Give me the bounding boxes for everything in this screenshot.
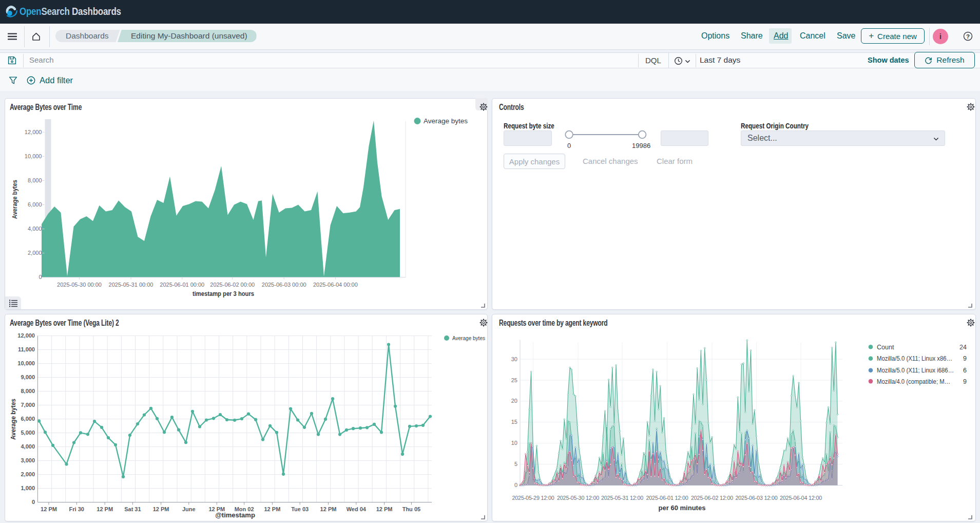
svg-text:8,000: 8,000 <box>28 177 42 183</box>
svg-text:Average bytes: Average bytes <box>11 180 18 219</box>
svg-text:12 PM: 12 PM <box>153 506 169 512</box>
svg-text:2,000: 2,000 <box>21 471 35 477</box>
svg-text:Average bytes: Average bytes <box>9 399 17 440</box>
svg-text:4,000: 4,000 <box>21 443 35 450</box>
svg-text:9: 9 <box>963 355 967 362</box>
svg-text:2025-06-04 12:00: 2025-06-04 12:00 <box>780 495 822 501</box>
svg-text:1,000: 1,000 <box>21 485 35 491</box>
svg-text:2025-05-30 00:00: 2025-05-30 00:00 <box>57 282 102 288</box>
svg-text:2025-06-04 00:00: 2025-06-04 00:00 <box>313 282 358 288</box>
svg-text:0: 0 <box>32 499 35 505</box>
svg-text:5: 5 <box>514 461 517 467</box>
svg-text:24: 24 <box>959 344 967 351</box>
svg-text:Fri 30: Fri 30 <box>69 506 84 512</box>
svg-text:Mozilla/5.0 (X11; Linux x86…: Mozilla/5.0 (X11; Linux x86… <box>877 355 952 362</box>
svg-text:Count: Count <box>877 344 894 351</box>
svg-text:10: 10 <box>511 440 517 446</box>
svg-text:15: 15 <box>511 419 517 425</box>
svg-text:Sat 31: Sat 31 <box>124 506 141 512</box>
svg-text:12,000: 12,000 <box>17 332 35 339</box>
svg-text:timestamp per 3 hours: timestamp per 3 hours <box>193 290 254 297</box>
svg-text:12 PM: 12 PM <box>376 506 393 512</box>
svg-text:6,000: 6,000 <box>21 416 35 422</box>
svg-text:2025-06-03 12:00: 2025-06-03 12:00 <box>735 495 777 501</box>
svg-text:2025-06-01 12:00: 2025-06-01 12:00 <box>646 495 688 501</box>
svg-text:2025-05-31 12:00: 2025-05-31 12:00 <box>601 495 643 501</box>
svg-text:2025-05-29 12:00: 2025-05-29 12:00 <box>512 495 554 501</box>
svg-text:per 60 minutes: per 60 minutes <box>659 504 706 512</box>
svg-text:2025-05-31 00:00: 2025-05-31 00:00 <box>109 282 153 288</box>
svg-text:2025-06-03 00:00: 2025-06-03 00:00 <box>262 282 306 288</box>
svg-text:Tue 03: Tue 03 <box>291 506 309 512</box>
svg-text:5,000: 5,000 <box>21 429 35 436</box>
svg-text:6: 6 <box>963 367 967 374</box>
svg-text:?: ? <box>966 33 970 40</box>
svg-text:2,000: 2,000 <box>28 250 42 256</box>
svg-text:0: 0 <box>39 274 42 280</box>
svg-text:8,000: 8,000 <box>21 388 35 394</box>
svg-text:Thu 05: Thu 05 <box>402 506 420 512</box>
svg-text:@timestamp: @timestamp <box>215 511 255 519</box>
svg-text:12,000: 12,000 <box>25 129 42 135</box>
svg-text:9: 9 <box>963 378 967 385</box>
svg-text:11,000: 11,000 <box>18 346 35 352</box>
svg-text:4,000: 4,000 <box>28 226 42 232</box>
svg-text:12 PM: 12 PM <box>41 506 57 512</box>
svg-text:20: 20 <box>511 398 517 404</box>
svg-text:7,000: 7,000 <box>21 402 35 408</box>
svg-text:Mozilla/5.0 (X11; Linux i686…: Mozilla/5.0 (X11; Linux i686… <box>877 367 954 374</box>
svg-text:June: June <box>182 506 196 512</box>
svg-text:9,000: 9,000 <box>21 374 35 380</box>
svg-text:10,000: 10,000 <box>17 360 35 366</box>
svg-text:2025-05-30 12:00: 2025-05-30 12:00 <box>557 495 599 501</box>
svg-text:2025-06-02 00:00: 2025-06-02 00:00 <box>210 282 255 288</box>
svg-text:Average bytes: Average bytes <box>424 117 468 125</box>
svg-text:12 PM: 12 PM <box>97 506 113 512</box>
svg-text:2025-06-01 00:00: 2025-06-01 00:00 <box>160 282 204 288</box>
svg-text:25: 25 <box>511 377 517 383</box>
svg-text:2025-06-02 12:00: 2025-06-02 12:00 <box>691 495 733 501</box>
svg-text:12 PM: 12 PM <box>320 506 337 512</box>
svg-text:3,000: 3,000 <box>21 457 35 463</box>
svg-text:30: 30 <box>511 356 517 362</box>
svg-text:Wed 04: Wed 04 <box>347 506 367 512</box>
svg-text:0: 0 <box>514 482 517 488</box>
svg-text:6,000: 6,000 <box>28 201 42 208</box>
svg-text:Average bytes: Average bytes <box>452 335 485 341</box>
svg-text:10,000: 10,000 <box>25 153 42 159</box>
svg-text:12 PM: 12 PM <box>264 506 281 512</box>
svg-text:Mozilla/4.0 (compatible; M…: Mozilla/4.0 (compatible; M… <box>877 378 950 385</box>
